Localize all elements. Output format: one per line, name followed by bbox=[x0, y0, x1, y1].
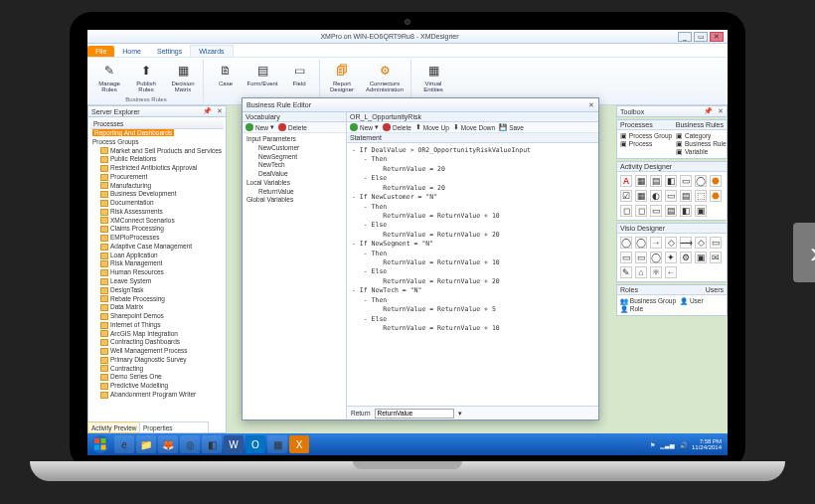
vd-icon[interactable]: ✉ bbox=[710, 252, 722, 263]
ad-icon[interactable]: ▭ bbox=[680, 175, 692, 187]
tree-node[interactable]: Contracting bbox=[90, 365, 224, 374]
taskbar-xmpro[interactable]: X bbox=[289, 435, 309, 453]
vd-icon[interactable]: ▭ bbox=[710, 237, 722, 249]
vd-icon[interactable]: ⌂ bbox=[635, 266, 647, 278]
taskbar-ie[interactable]: e bbox=[114, 435, 134, 453]
tab-file[interactable]: File bbox=[87, 46, 114, 57]
vocab-item[interactable]: DealValue bbox=[244, 170, 344, 179]
taskbar-app[interactable]: ◧ bbox=[202, 435, 222, 453]
vocab-tree[interactable]: Input Parameters NewCustomerNewSegmentNe… bbox=[243, 133, 346, 420]
tree-node[interactable]: DesignTask bbox=[90, 286, 224, 295]
vocab-section[interactable]: Input Parameters bbox=[244, 135, 344, 144]
ad-icon[interactable]: ◧ bbox=[665, 175, 677, 187]
return-input[interactable] bbox=[375, 409, 454, 419]
field-button[interactable]: ▭Field bbox=[282, 60, 316, 88]
tree-group-label[interactable]: Process Groups bbox=[90, 138, 224, 147]
tree-node[interactable]: Primary Diagnostic Survey bbox=[90, 356, 224, 365]
vd-icon[interactable]: → bbox=[650, 237, 662, 249]
ad-icon[interactable]: ▭ bbox=[650, 205, 662, 217]
ad-icon[interactable]: ⬣ bbox=[710, 175, 722, 187]
tree-node[interactable]: Risk Assessments bbox=[90, 208, 224, 217]
process-tree[interactable]: Processes Reporting And Dashboards Proce… bbox=[87, 117, 227, 433]
vd-icon[interactable]: ◇ bbox=[695, 237, 707, 249]
tree-node[interactable]: Market and Sell Products and Services bbox=[90, 147, 224, 156]
ad-icon[interactable]: ▦ bbox=[635, 175, 647, 187]
tray-sound-icon[interactable]: 🔊 bbox=[680, 441, 687, 448]
vocab-item[interactable]: NewSegment bbox=[244, 153, 344, 162]
tree-node[interactable]: EMPloProcesses bbox=[90, 234, 224, 243]
palette-role[interactable]: 👤 Role bbox=[620, 305, 676, 313]
tree-node[interactable]: Predictive Modelling bbox=[90, 382, 224, 391]
vocab-delete-button[interactable]: Delete bbox=[278, 123, 307, 131]
taskbar-chrome[interactable]: ◎ bbox=[180, 435, 200, 453]
minimize-button[interactable]: _ bbox=[678, 32, 692, 42]
palette-business-rule[interactable]: ▣ Business Rule bbox=[676, 140, 726, 148]
vd-icon[interactable]: ✎ bbox=[620, 266, 632, 278]
tree-node[interactable]: Business Development bbox=[90, 190, 224, 199]
vd-icon[interactable]: ✦ bbox=[665, 252, 677, 263]
palette-process-group[interactable]: ▣ Process Group bbox=[620, 132, 672, 140]
ad-icon[interactable]: ⬚ bbox=[695, 190, 707, 202]
taskbar-word[interactable]: W bbox=[224, 435, 244, 453]
palette-process[interactable]: ▣ Process bbox=[620, 140, 672, 148]
vocab-item[interactable]: NewTech bbox=[244, 161, 344, 170]
rule-tab[interactable]: OR_L_OpportunityRisk bbox=[347, 112, 598, 122]
tray-flag-icon[interactable]: ⚑ bbox=[650, 441, 655, 448]
case-button[interactable]: 🗎Case bbox=[209, 60, 243, 88]
ad-icon[interactable]: ◐ bbox=[650, 190, 662, 202]
statement-editor[interactable]: - If DealValue > OR2_OpportunityRiskValu… bbox=[347, 143, 598, 406]
tree-node[interactable]: ArcGIS Map Integration bbox=[90, 330, 224, 339]
ad-icon[interactable]: ▣ bbox=[695, 205, 707, 217]
vd-icon[interactable]: ← bbox=[665, 266, 677, 278]
vocab-new-button[interactable]: New ▾ bbox=[245, 123, 274, 131]
palette-business-group[interactable]: 👥 Business Group bbox=[620, 297, 676, 305]
tree-node[interactable]: Leave System bbox=[90, 277, 224, 286]
maximize-button[interactable]: ▭ bbox=[694, 32, 708, 42]
tree-selected-node[interactable]: Reporting And Dashboards bbox=[92, 129, 174, 136]
report-designer-button[interactable]: 🗐Report Designer bbox=[325, 60, 359, 94]
vd-icon[interactable]: ▣ bbox=[695, 252, 707, 263]
vd-icon[interactable]: ⟶ bbox=[680, 237, 692, 249]
vocab-section[interactable]: Global Variables bbox=[244, 196, 344, 205]
tree-node[interactable]: Documentation bbox=[90, 199, 224, 208]
tab-home[interactable]: Home bbox=[114, 46, 149, 57]
ad-icon[interactable]: ◯ bbox=[695, 175, 707, 187]
taskbar-app[interactable]: ▦ bbox=[267, 435, 287, 453]
ad-icon[interactable]: ▭ bbox=[665, 190, 677, 202]
close-button[interactable]: ✕ bbox=[710, 32, 724, 42]
tree-node[interactable]: Restricted Antibiotics Approval bbox=[90, 164, 224, 173]
vocab-item[interactable]: NewCustomer bbox=[244, 144, 344, 153]
tree-node[interactable]: Data Matrix bbox=[90, 303, 224, 312]
editor-titlebar[interactable]: Business Rule Editor ✕ bbox=[243, 98, 598, 112]
ad-icon[interactable]: ◧ bbox=[680, 205, 692, 217]
manage-rules-button[interactable]: ✎Manage Rules bbox=[92, 60, 126, 94]
ad-icon[interactable]: ◻ bbox=[620, 205, 632, 217]
tree-node[interactable]: Claims Processing bbox=[90, 225, 224, 234]
rule-save-button[interactable]: 💾 Save bbox=[499, 123, 524, 131]
tree-node[interactable]: Internet of Things bbox=[90, 321, 224, 330]
formevent-button[interactable]: ▤Form/Event bbox=[245, 60, 279, 88]
palette-user[interactable]: 👤 User bbox=[680, 297, 724, 305]
taskbar-explorer[interactable]: 📁 bbox=[136, 435, 156, 453]
ad-icon[interactable]: ▤ bbox=[680, 190, 692, 202]
properties-tab[interactable]: Properties bbox=[143, 424, 173, 431]
vd-icon[interactable]: ▭ bbox=[620, 252, 632, 263]
pin-icon[interactable]: 📌 bbox=[203, 107, 212, 115]
close-icon[interactable]: ✕ bbox=[217, 107, 223, 115]
rule-movedown-button[interactable]: ⬇ Move Down bbox=[453, 123, 495, 131]
connectors-admin-button[interactable]: ⚙Connectors Administration bbox=[362, 60, 408, 94]
vd-icon[interactable]: ⚛ bbox=[650, 266, 662, 278]
start-button[interactable] bbox=[87, 433, 113, 455]
return-dropdown-button[interactable]: ▾ bbox=[458, 410, 462, 418]
pin-icon[interactable]: 📌 bbox=[704, 107, 713, 115]
system-tray[interactable]: ⚑ ▁▃▅ 🔊 7:58 PM11/24/2014 bbox=[644, 438, 728, 450]
vd-icon[interactable]: ◯ bbox=[650, 252, 662, 263]
ad-icon[interactable]: ▤ bbox=[650, 175, 662, 187]
tree-node[interactable]: Manufacturing bbox=[90, 182, 224, 191]
tree-node[interactable]: Well Management Process bbox=[90, 347, 224, 356]
tray-network-icon[interactable]: ▁▃▅ bbox=[660, 441, 675, 448]
rule-delete-button[interactable]: Delete bbox=[383, 123, 411, 131]
tree-node[interactable]: Adaptive Case Management bbox=[90, 243, 224, 252]
tree-node[interactable]: Procurement bbox=[90, 173, 224, 182]
taskbar-firefox[interactable]: 🦊 bbox=[158, 435, 178, 453]
